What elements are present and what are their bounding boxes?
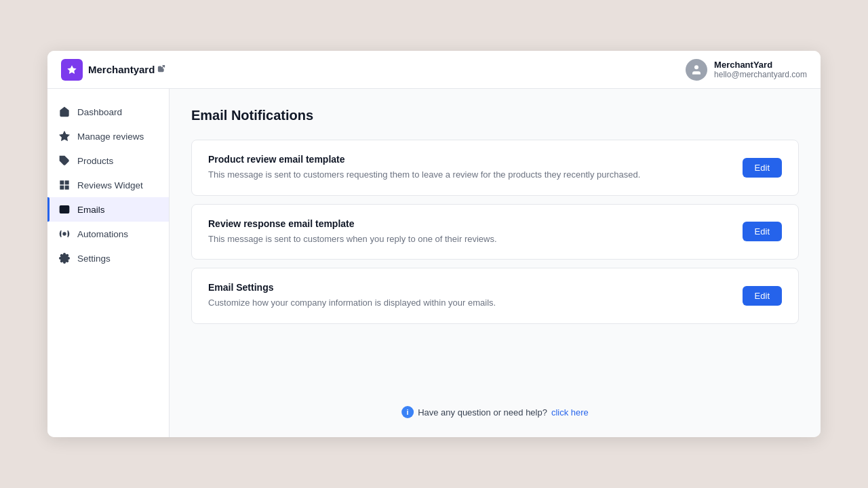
help-link[interactable]: click here [551, 407, 589, 418]
sidebar-item-products[interactable]: Products [47, 148, 169, 173]
header: Merchantyard MerchantYard h [47, 51, 821, 89]
product-review-email-card: Product review email template This messa… [191, 140, 799, 196]
sidebar-item-automations[interactable]: Automations [47, 222, 169, 246]
logo-icon [61, 59, 83, 81]
card-description-email-settings: Customize how your company information i… [208, 296, 669, 310]
star-icon [58, 130, 71, 142]
sidebar-item-emails[interactable]: Emails [47, 197, 169, 222]
card-title-review-response: Review response email template [208, 218, 726, 229]
card-title-product-review: Product review email template [208, 154, 726, 165]
home-icon [58, 106, 71, 118]
svg-marker-0 [67, 65, 76, 74]
footer-help: i Have any question or need help? click … [401, 406, 589, 418]
main-wrapper: Email Notifications Product review email… [170, 89, 821, 437]
grid-icon [58, 179, 71, 191]
sidebar-label-automations: Automations [77, 229, 128, 239]
external-link-icon[interactable] [157, 64, 165, 75]
svg-marker-3 [60, 131, 68, 140]
card-content-product-review: Product review email template This messa… [208, 154, 726, 182]
sidebar-label-settings: Settings [77, 253, 111, 264]
app-window: Merchantyard MerchantYard h [47, 51, 821, 437]
footer-help-text: Have any question or need help? [418, 407, 547, 418]
user-info: MerchantYard hello@merchantyard.com [714, 60, 807, 79]
main-content: Email Notifications Product review email… [170, 89, 821, 437]
card-description-product-review: This message is sent to customers reques… [208, 168, 669, 182]
header-left: Merchantyard [61, 59, 165, 81]
sidebar-label-manage-reviews: Manage reviews [77, 131, 144, 142]
svg-rect-8 [65, 186, 68, 189]
header-right: MerchantYard hello@merchantyard.com [686, 59, 807, 81]
svg-point-2 [694, 65, 698, 69]
sidebar-item-dashboard[interactable]: Dashboard [47, 100, 169, 124]
user-email: hello@merchantyard.com [714, 70, 807, 79]
sidebar: Dashboard Manage reviews Products [47, 89, 170, 437]
card-content-email-settings: Email Settings Customize how your compan… [208, 282, 726, 310]
body: Dashboard Manage reviews Products [47, 89, 821, 437]
sidebar-label-emails: Emails [77, 205, 105, 215]
svg-rect-7 [60, 186, 64, 189]
review-response-email-card: Review response email template This mess… [191, 204, 799, 260]
brand-name: Merchantyard [88, 64, 165, 75]
tag-icon [58, 155, 71, 167]
automations-icon [58, 228, 71, 240]
sidebar-label-dashboard: Dashboard [77, 107, 122, 117]
card-description-review-response: This message is sent to customers when y… [208, 232, 669, 246]
edit-button-review-response[interactable]: Edit [743, 222, 782, 241]
edit-button-email-settings[interactable]: Edit [743, 286, 782, 306]
sidebar-label-products: Products [77, 156, 113, 166]
sidebar-label-reviews-widget: Reviews Widget [77, 180, 143, 190]
card-title-email-settings: Email Settings [208, 282, 726, 293]
sidebar-item-manage-reviews[interactable]: Manage reviews [47, 124, 169, 148]
svg-point-9 [63, 232, 66, 235]
avatar [686, 59, 707, 81]
svg-rect-6 [65, 181, 68, 184]
svg-rect-5 [60, 181, 64, 184]
sidebar-item-settings[interactable]: Settings [47, 246, 169, 270]
page-title: Email Notifications [191, 108, 799, 123]
sidebar-item-reviews-widget[interactable]: Reviews Widget [47, 173, 169, 197]
email-icon [58, 203, 71, 216]
card-content-review-response: Review response email template This mess… [208, 218, 726, 246]
settings-icon [58, 252, 71, 264]
email-settings-card: Email Settings Customize how your compan… [191, 268, 799, 324]
help-icon: i [401, 406, 414, 418]
user-name: MerchantYard [714, 60, 807, 70]
edit-button-product-review[interactable]: Edit [743, 158, 782, 178]
